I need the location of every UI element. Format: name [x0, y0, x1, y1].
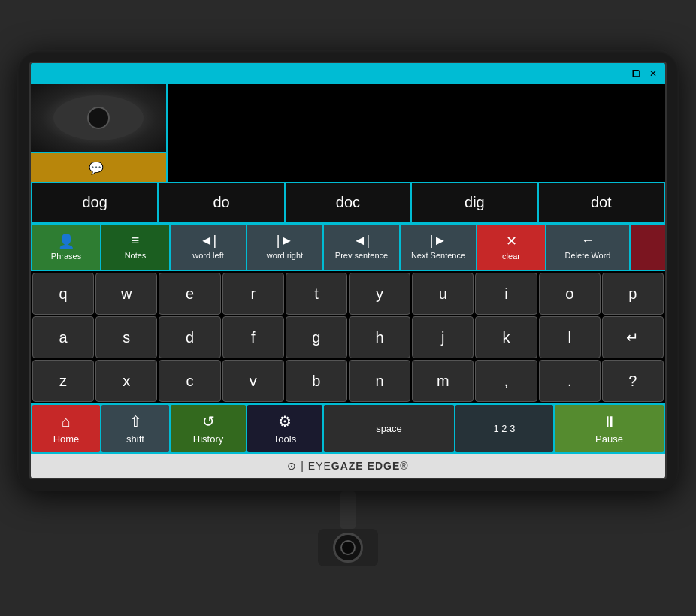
- bottom-label: space: [376, 423, 402, 434]
- ctrl-icon: ←: [581, 233, 595, 249]
- camera-feed: [31, 84, 166, 152]
- bottom-btn-history[interactable]: ↺History: [171, 405, 246, 452]
- ctrl-btn-next-sentence[interactable]: |►Next Sentence: [401, 225, 476, 270]
- key-i[interactable]: i: [475, 273, 537, 315]
- ctrl-btn-delete-word[interactable]: ←Delete Word: [546, 225, 629, 270]
- ctrl-label: clear: [502, 252, 520, 261]
- key-z[interactable]: z: [32, 360, 94, 402]
- bottom-label: Home: [53, 433, 80, 445]
- mount-base: [318, 529, 378, 566]
- mount-lens: [333, 533, 363, 563]
- key-enter[interactable]: ↵: [602, 316, 664, 358]
- bottom-btn-space[interactable]: space: [324, 405, 454, 452]
- word-suggestion[interactable]: dot: [539, 183, 664, 222]
- key-n[interactable]: n: [349, 360, 410, 402]
- ctrl-label: Notes: [125, 251, 147, 261]
- key-w[interactable]: w: [95, 273, 157, 315]
- ctrl-label: Prev sentence: [335, 251, 388, 261]
- key-f[interactable]: f: [222, 316, 284, 358]
- key-c[interactable]: c: [159, 360, 220, 402]
- eye-shape: [53, 95, 144, 140]
- ctrl-label: Phrases: [51, 252, 81, 261]
- word-suggestion[interactable]: dog: [32, 183, 157, 222]
- bottom-btn-shift[interactable]: ⇧shift: [101, 405, 169, 452]
- key-e[interactable]: e: [159, 273, 220, 315]
- device-frame: — ⧠ ✕ 💬: [17, 50, 679, 491]
- key-v[interactable]: v: [222, 360, 284, 402]
- restore-button[interactable]: ⧠: [629, 68, 643, 79]
- key-h[interactable]: h: [349, 316, 410, 358]
- word-suggestion[interactable]: dig: [412, 183, 537, 222]
- title-bar: — ⧠ ✕: [31, 63, 665, 84]
- key-r[interactable]: r: [222, 273, 284, 315]
- bottom-label: Pause: [595, 433, 623, 445]
- ctrl-btn-notes[interactable]: ≡Notes: [101, 225, 169, 270]
- ctrl-icon: 👤: [58, 233, 74, 249]
- close-button[interactable]: ✕: [647, 68, 659, 79]
- window-controls: — ⧠ ✕: [611, 68, 659, 79]
- ctrl-btn-prev-sentence[interactable]: ◄|Prev sentence: [324, 225, 399, 270]
- pupil: [87, 107, 110, 129]
- key-a[interactable]: a: [32, 316, 94, 358]
- word-suggestions-row: dogdodocdigdot: [31, 182, 665, 223]
- ctrl-btn-word-right[interactable]: |►word right: [247, 225, 322, 270]
- key-o[interactable]: o: [539, 273, 601, 315]
- bottom-btn-1-2-3[interactable]: 1 2 3: [455, 405, 553, 452]
- key-j[interactable]: j: [412, 316, 474, 358]
- bottom-icon: ⌂: [62, 413, 71, 430]
- keyboard-row: zxcvbnm,.?: [32, 360, 664, 402]
- main-area: 💬: [31, 84, 665, 182]
- mount-stem: [340, 491, 356, 529]
- key-d[interactable]: d: [159, 316, 220, 358]
- key-u[interactable]: u: [412, 273, 474, 315]
- key-l[interactable]: l: [539, 316, 601, 358]
- bottom-row: ⌂Home⇧shift↺History⚙Toolsspace1 2 3⏸Paus…: [31, 403, 665, 454]
- key-k[interactable]: k: [475, 316, 537, 358]
- key-x[interactable]: x: [95, 360, 157, 402]
- key-q[interactable]: q: [32, 273, 94, 315]
- bottom-icon: ↺: [202, 412, 215, 430]
- minimize-button[interactable]: —: [611, 68, 625, 79]
- ctrl-label: word right: [267, 251, 303, 261]
- key-s[interactable]: s: [95, 316, 157, 358]
- bottom-label: Tools: [274, 433, 296, 445]
- bottom-icon: ⇧: [129, 412, 142, 430]
- bottom-btn-home[interactable]: ⌂Home: [32, 405, 100, 452]
- word-suggestion[interactable]: do: [159, 183, 283, 222]
- bottom-label: shift: [126, 433, 144, 445]
- keyboard-row: asdfghjkl↵: [32, 316, 664, 358]
- ctrl-label: Backspace: [665, 252, 667, 261]
- ctrl-btn-word-left[interactable]: ◄|word left: [171, 225, 246, 270]
- key-question[interactable]: ?: [602, 360, 664, 402]
- controls-row: 👤Phrases≡Notes◄|word left|►word right◄|P…: [31, 223, 665, 271]
- ctrl-label: Delete Word: [565, 251, 611, 261]
- ctrl-btn-clear[interactable]: ✕clear: [477, 225, 545, 270]
- keyboard-row: qwertyuiop: [32, 273, 664, 315]
- bottom-icon: ⏸: [602, 413, 617, 430]
- key-m[interactable]: m: [412, 360, 474, 402]
- ctrl-btn-backspace[interactable]: ⌫Backspace: [631, 225, 667, 270]
- key-p[interactable]: p: [602, 273, 664, 315]
- bottom-btn-tools[interactable]: ⚙Tools: [247, 405, 322, 452]
- brand-logo: ⊙ | EYEGAZE EDGE®: [287, 460, 408, 472]
- key-y[interactable]: y: [349, 273, 410, 315]
- ctrl-label: Next Sentence: [411, 251, 465, 261]
- ctrl-btn-phrases[interactable]: 👤Phrases: [32, 225, 100, 270]
- key-t[interactable]: t: [286, 273, 347, 315]
- camera-mount: [318, 491, 378, 566]
- bottom-btn-pause[interactable]: ⏸Pause: [555, 405, 664, 452]
- bottom-label: 1 2 3: [494, 423, 516, 434]
- ctrl-icon: ◄|: [200, 233, 217, 249]
- speak-icon: 💬: [89, 161, 104, 175]
- key-g[interactable]: g: [286, 316, 347, 358]
- key-period[interactable]: .: [539, 360, 601, 402]
- mount-lens-inner: [340, 540, 356, 555]
- ctrl-icon: ◄|: [353, 233, 371, 249]
- speak-button[interactable]: 💬: [31, 152, 166, 182]
- key-b[interactable]: b: [286, 360, 347, 402]
- key-comma[interactable]: ,: [475, 360, 537, 402]
- device-screen: — ⧠ ✕ 💬: [29, 62, 667, 479]
- bottom-label: History: [193, 433, 223, 445]
- word-suggestion[interactable]: doc: [286, 183, 410, 222]
- eye-graphic: [31, 84, 166, 152]
